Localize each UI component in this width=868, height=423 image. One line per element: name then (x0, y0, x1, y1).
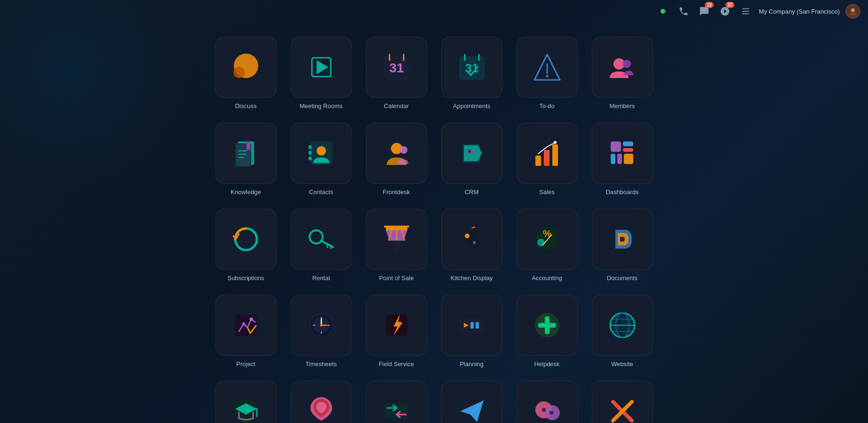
app-icon-email-marketing (441, 381, 502, 423)
app-label-subscriptions: Subscriptions (227, 274, 264, 282)
app-icon-social-marketing (291, 381, 352, 423)
app-meeting-rooms[interactable]: Meeting Rooms (286, 33, 357, 114)
app-label-documents: Documents (607, 274, 638, 282)
app-field-service[interactable]: Field Service (361, 291, 432, 372)
app-planning[interactable]: Planning (437, 291, 507, 372)
app-icon-meeting-rooms (291, 37, 352, 98)
settings-icon[interactable] (738, 4, 753, 19)
activity-badge: 37 (725, 2, 734, 8)
app-rental[interactable]: Rental (286, 205, 357, 286)
svg-point-24 (622, 60, 631, 68)
app-marketing-autom[interactable]: Marketing Autom... (361, 377, 432, 423)
svg-point-69 (242, 322, 245, 325)
svg-point-63 (473, 241, 476, 244)
app-icon-calendar: 31 (366, 37, 427, 98)
app-label-crm: CRM (465, 188, 479, 196)
app-email-marketing[interactable]: Email Marketing (437, 377, 507, 423)
app-icon-rental (291, 209, 352, 270)
activity-icon[interactable]: 37 (717, 4, 733, 19)
svg-rect-46 (623, 148, 633, 152)
app-icon-accounting: % (517, 209, 578, 270)
svg-rect-41 (544, 150, 549, 166)
app-label-calendar: Calendar (384, 102, 409, 110)
app-label-members: Members (609, 102, 635, 110)
app-icon-sms-marketing (517, 381, 578, 423)
app-contacts[interactable]: Contacts (286, 119, 357, 200)
company-selector[interactable]: My Company (San Francisco) (759, 8, 840, 15)
app-crm[interactable]: CRM (437, 119, 507, 200)
app-website[interactable]: Website (587, 291, 658, 372)
user-avatar[interactable] (845, 4, 860, 19)
app-project[interactable]: Project (211, 291, 281, 372)
app-icon-point-of-sale (366, 209, 427, 270)
app-label-frontdesk: Frontdesk (383, 188, 410, 196)
app-icon-discuss (215, 37, 277, 98)
messages-icon[interactable]: 12 (697, 4, 712, 19)
app-label-website: Website (611, 360, 633, 368)
phone-icon[interactable] (676, 4, 691, 19)
svg-text:%: % (543, 228, 551, 239)
app-icon-project (215, 295, 277, 356)
app-sales[interactable]: Sales (512, 119, 582, 200)
app-icon-kitchen-display (441, 209, 502, 270)
app-todo[interactable]: To-do (512, 33, 582, 114)
svg-point-80 (320, 324, 322, 326)
svg-point-6 (853, 10, 854, 10)
app-icon-helpdesk (517, 295, 578, 356)
app-icon-frontdesk (366, 123, 427, 184)
app-members[interactable]: Members (587, 33, 658, 114)
app-events[interactable]: Events (587, 377, 658, 423)
app-social-marketing[interactable]: Social Marketing (286, 377, 357, 423)
app-elearning[interactable]: eLearning (211, 377, 281, 423)
app-icon-field-service (366, 295, 427, 356)
app-icon-subscriptions (215, 209, 277, 270)
app-timesheets[interactable]: Timesheets (286, 291, 357, 372)
app-calendar[interactable]: 31 Calendar (361, 33, 432, 114)
svg-rect-55 (384, 226, 409, 227)
app-dashboards[interactable]: Dashboards (587, 119, 658, 200)
app-discuss[interactable]: Discuss (211, 33, 281, 114)
svg-rect-42 (552, 144, 558, 166)
svg-point-38 (400, 146, 407, 154)
svg-point-8 (233, 67, 245, 78)
app-subscriptions[interactable]: Subscriptions (211, 205, 281, 286)
svg-point-5 (852, 10, 852, 10)
svg-rect-40 (535, 156, 541, 166)
svg-rect-44 (611, 141, 621, 152)
app-documents[interactable]: Documents (587, 205, 658, 286)
app-label-point-of-sale: Point of Sale (379, 274, 414, 282)
messages-badge: 12 (705, 2, 714, 8)
svg-rect-33 (309, 145, 311, 149)
app-icon-timesheets (291, 295, 352, 356)
app-label-project: Project (236, 360, 255, 368)
app-appointments[interactable]: 31 Appointments (437, 33, 507, 114)
app-accounting[interactable]: % Accounting (512, 205, 582, 286)
app-icon-contacts (291, 123, 352, 184)
app-sms-marketing[interactable]: SMS Marketing (512, 377, 582, 423)
svg-marker-103 (460, 400, 484, 422)
app-icon-documents (592, 209, 653, 270)
app-icon-events (592, 381, 653, 423)
svg-point-43 (554, 141, 557, 144)
app-label-timesheets: Timesheets (305, 360, 337, 368)
app-label-field-service: Field Service (379, 360, 414, 368)
svg-rect-86 (470, 322, 474, 329)
navbar: 12 37 My Company (San Francisco) (655, 0, 868, 23)
svg-point-62 (465, 234, 470, 238)
svg-point-4 (851, 8, 855, 12)
app-helpdesk[interactable]: Helpdesk (512, 291, 582, 372)
app-knowledge[interactable]: Knowledge (211, 119, 281, 200)
app-frontdesk[interactable]: Frontdesk (361, 119, 432, 200)
app-grid: Discuss Meeting Rooms 31 Calendar (206, 28, 662, 423)
app-point-of-sale[interactable]: Point of Sale (361, 205, 432, 286)
app-icon-website (592, 295, 653, 356)
svg-point-36 (317, 146, 326, 156)
svg-rect-35 (309, 157, 311, 160)
app-icon-todo (517, 37, 578, 98)
svg-rect-59 (393, 242, 400, 252)
app-icon-crm (441, 123, 502, 184)
svg-text:31: 31 (389, 61, 404, 75)
app-kitchen-display[interactable]: Kitchen Display (437, 205, 507, 286)
app-icon-marketing-autom (366, 381, 427, 423)
svg-rect-109 (549, 411, 553, 415)
